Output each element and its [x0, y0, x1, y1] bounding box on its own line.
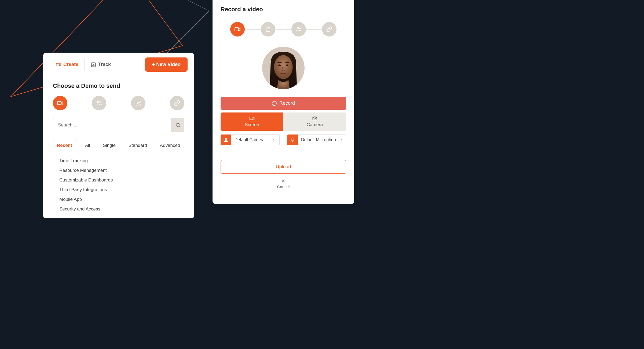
tab-label: Create	[63, 62, 78, 67]
divider	[225, 152, 341, 152]
svg-point-7	[176, 123, 179, 126]
svg-point-10	[299, 28, 301, 29]
svg-point-13	[278, 64, 281, 66]
step-video[interactable]	[230, 22, 245, 37]
list-item[interactable]: Third-Party Integrations	[53, 185, 184, 195]
camera-icon	[312, 116, 317, 121]
svg-rect-8	[235, 28, 239, 31]
select-value: Default Microphon	[301, 137, 336, 142]
svg-rect-0	[56, 63, 60, 66]
step-people[interactable]	[92, 96, 106, 110]
step-link[interactable]	[170, 96, 184, 110]
progress-stepper	[230, 22, 336, 37]
step-document[interactable]	[261, 22, 275, 37]
link-icon	[174, 100, 180, 106]
people-icon	[96, 100, 102, 106]
document-icon	[265, 26, 271, 32]
record-panel: Record a video	[213, 0, 354, 204]
video-icon	[234, 26, 241, 32]
toggle-label: Screen	[245, 122, 259, 128]
cancel-button[interactable]: Cancel	[221, 179, 346, 189]
filter-tab-all[interactable]: All	[81, 140, 94, 151]
video-icon	[56, 62, 61, 67]
camera-device-icon	[221, 134, 231, 145]
svg-point-6	[138, 103, 139, 103]
mic-device-icon	[287, 134, 298, 145]
filter-tab-recent[interactable]: Recent	[53, 140, 76, 151]
filter-tab-standard[interactable]: Standard	[125, 140, 151, 151]
mic-select[interactable]: Default Microphon	[298, 134, 346, 145]
list-item[interactable]: Mobile App	[53, 195, 184, 204]
svg-point-4	[100, 102, 101, 103]
camera-icon	[223, 137, 229, 143]
cancel-label: Cancel	[277, 184, 290, 189]
upload-button[interactable]: Upload	[221, 160, 346, 174]
demo-list: Time Tracking Resource Management Custom…	[53, 156, 184, 214]
svg-point-5	[137, 102, 138, 103]
section-title: Choose a Demo to send	[53, 82, 184, 89]
list-item[interactable]: Customizable Dashboards	[53, 175, 184, 185]
screen-toggle-button[interactable]: Screen	[221, 112, 283, 131]
panel-title: Record a video	[221, 6, 346, 13]
video-icon	[249, 116, 255, 121]
svg-point-3	[97, 101, 99, 103]
record-indicator-icon	[272, 101, 277, 106]
svg-point-17	[225, 139, 227, 141]
new-video-button[interactable]: + New Video	[145, 57, 188, 72]
list-item[interactable]: Security and Access	[53, 204, 184, 214]
svg-point-14	[286, 64, 288, 66]
svg-point-12	[274, 55, 293, 79]
svg-rect-18	[292, 138, 293, 140]
progress-stepper	[53, 96, 184, 110]
svg-point-9	[297, 27, 299, 29]
search-input[interactable]	[53, 118, 171, 132]
people-icon	[295, 26, 302, 32]
camera-preview-avatar	[262, 47, 305, 89]
camera-select[interactable]: Default Camera	[231, 134, 280, 145]
chart-icon	[91, 62, 96, 67]
record-button[interactable]: Record	[221, 97, 346, 110]
chevron-down-icon	[272, 138, 276, 142]
tab-track[interactable]: Track	[85, 58, 117, 71]
step-frame[interactable]	[131, 96, 145, 110]
search-button[interactable]	[171, 118, 184, 132]
select-value: Default Camera	[235, 137, 265, 142]
filter-tabs: Recent All Single Standard Advanced	[53, 140, 184, 151]
close-icon	[281, 179, 286, 183]
toggle-label: Camera	[307, 122, 323, 128]
svg-point-16	[314, 118, 316, 119]
svg-rect-15	[250, 117, 253, 120]
tab-label: Track	[98, 62, 111, 67]
list-item[interactable]: Resource Management	[53, 166, 184, 175]
mic-icon	[290, 137, 295, 143]
frame-people-icon	[135, 100, 141, 106]
search-icon	[175, 122, 181, 128]
record-label: Record	[279, 100, 295, 106]
camera-toggle-button[interactable]: Camera	[283, 112, 346, 131]
video-icon	[57, 100, 63, 106]
svg-rect-2	[57, 101, 61, 105]
filter-tab-advanced[interactable]: Advanced	[156, 140, 184, 151]
list-item[interactable]: Time Tracking	[53, 156, 184, 166]
create-panel: Create Track + New Video Choose a Demo t…	[43, 53, 194, 218]
chevron-down-icon	[339, 138, 343, 142]
step-video[interactable]	[53, 96, 67, 110]
step-people[interactable]	[291, 22, 306, 37]
step-link[interactable]	[322, 22, 336, 37]
filter-tab-single[interactable]: Single	[99, 140, 120, 151]
link-icon	[326, 26, 332, 32]
tab-create[interactable]: Create	[50, 58, 85, 71]
